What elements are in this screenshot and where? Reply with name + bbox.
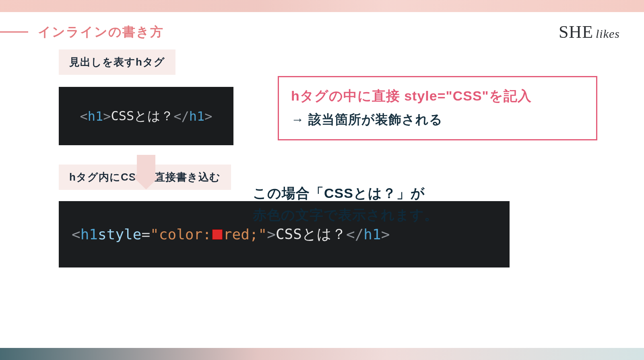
bottom-decorative-band [0, 348, 644, 360]
code-token: h1 [88, 109, 103, 124]
header: インラインの書き方 SHElikes [0, 12, 644, 45]
code-token: style [98, 226, 141, 243]
code-token: red; [223, 226, 258, 243]
explain-line-2: 赤色の文字で表示されます。 [253, 204, 438, 226]
callout-box: hタグの中に直接 style="CSS"を記入 → 該当箇所が装飾される [278, 76, 597, 140]
code-token: CSSとは？ [276, 224, 346, 244]
code-token: h1 [80, 226, 98, 243]
code-token: h1 [363, 226, 381, 243]
page-title: インラインの書き方 [38, 23, 164, 41]
explanation-text: この場合「CSSとは？」が 赤色の文字で表示されます。 [253, 182, 438, 226]
code-token: CSSとは？ [111, 107, 173, 125]
code-token: < [80, 109, 87, 124]
brand-sub: likes [596, 27, 620, 40]
code-token: h1 [189, 109, 205, 124]
code-token: " [150, 226, 159, 243]
callout-line-1: hタグの中に直接 style="CSS"を記入 [291, 87, 584, 105]
badge-heading-tag: 見出しを表すhタグ [59, 49, 175, 75]
code-token: > [204, 109, 212, 124]
code-token: > [103, 109, 111, 124]
code-token: color: [159, 226, 211, 243]
code-token: </ [173, 109, 189, 124]
code-token: </ [346, 226, 363, 243]
color-swatch-icon [212, 229, 223, 240]
code-token: = [141, 226, 150, 243]
callout-line-2: → 該当箇所が装飾される [291, 111, 584, 129]
title-rule-icon [0, 31, 28, 33]
explain-line-1: この場合「CSSとは？」が [253, 182, 438, 204]
code-block-basic-h1: <h1>CSSとは？</h1> [59, 87, 233, 145]
code-token: > [267, 226, 276, 243]
code-token: > [381, 226, 390, 243]
brand-main: SHE [559, 22, 593, 42]
code-token: < [72, 226, 80, 243]
slide-content: 見出しを表すhタグ <h1>CSSとは？</h1> hタグの中に直接 style… [0, 45, 644, 267]
top-decorative-band [0, 0, 644, 12]
code-token: " [258, 226, 267, 243]
title-wrap: インラインの書き方 [0, 23, 164, 41]
brand-logo: SHElikes [559, 22, 620, 42]
